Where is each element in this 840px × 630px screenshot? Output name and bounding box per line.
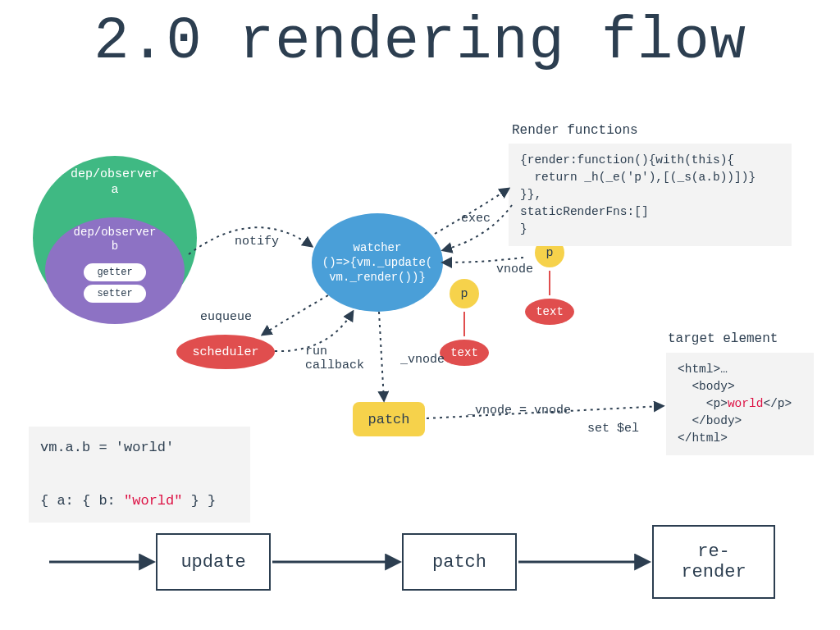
state-line2-post: } } bbox=[182, 493, 216, 509]
label-set-el: set $el bbox=[587, 422, 639, 436]
observer-a-label: dep/observera bbox=[33, 167, 197, 199]
target-highlight: world bbox=[728, 397, 764, 410]
label-run-callback: runcallback bbox=[305, 345, 364, 372]
state-code: vm.a.b = 'world' { a: { b: "world" } } bbox=[29, 427, 250, 523]
vnode-caption-right: vnode bbox=[496, 262, 533, 276]
vnode-text-right: text bbox=[525, 299, 574, 325]
state-line2-val: "world" bbox=[124, 493, 182, 509]
patch-node: patch bbox=[353, 402, 425, 436]
vnode-link-left bbox=[463, 312, 465, 336]
label-vnode-eq: _vnode = vnode bbox=[468, 404, 571, 418]
scheduler-node: scheduler bbox=[176, 335, 275, 369]
render-functions-code: {render:function(){with(this){ return _h… bbox=[509, 144, 792, 246]
render-functions-label: Render functions bbox=[512, 123, 638, 138]
observer-b-circle: dep/observerb getter setter bbox=[45, 217, 185, 324]
vnode-tree-right: p text bbox=[513, 238, 587, 325]
label-exec: exec bbox=[461, 212, 491, 226]
page-title: 2.0 rendering flow bbox=[0, 8, 840, 75]
getter-pill: getter bbox=[84, 263, 146, 281]
label-euqueue: euqueue bbox=[200, 310, 252, 324]
label-notify: notify bbox=[235, 235, 279, 249]
vnode-caption-left: _vnode bbox=[400, 353, 445, 367]
vnode-text-left: text bbox=[440, 340, 489, 366]
flow-update: update bbox=[156, 533, 271, 591]
target-pre: <html>… <body> <p> bbox=[678, 363, 735, 410]
target-element-code: <html>… <body> <p>world</p> </body></htm… bbox=[666, 353, 814, 455]
state-line2-pre: { a: { b: bbox=[40, 493, 124, 509]
flow-patch: patch bbox=[402, 533, 517, 591]
state-line1: vm.a.b = 'world' bbox=[40, 440, 174, 455]
target-element-label: target element bbox=[668, 331, 778, 346]
setter-pill: setter bbox=[84, 285, 146, 303]
watcher-node: watcher()=>{vm._update(vm._render())} bbox=[312, 213, 443, 312]
flow-rerender: re-render bbox=[652, 525, 775, 599]
observer-b-label: dep/observerb bbox=[45, 226, 185, 253]
vnode-p-left: p bbox=[450, 279, 479, 308]
vnode-link-right bbox=[549, 271, 550, 295]
